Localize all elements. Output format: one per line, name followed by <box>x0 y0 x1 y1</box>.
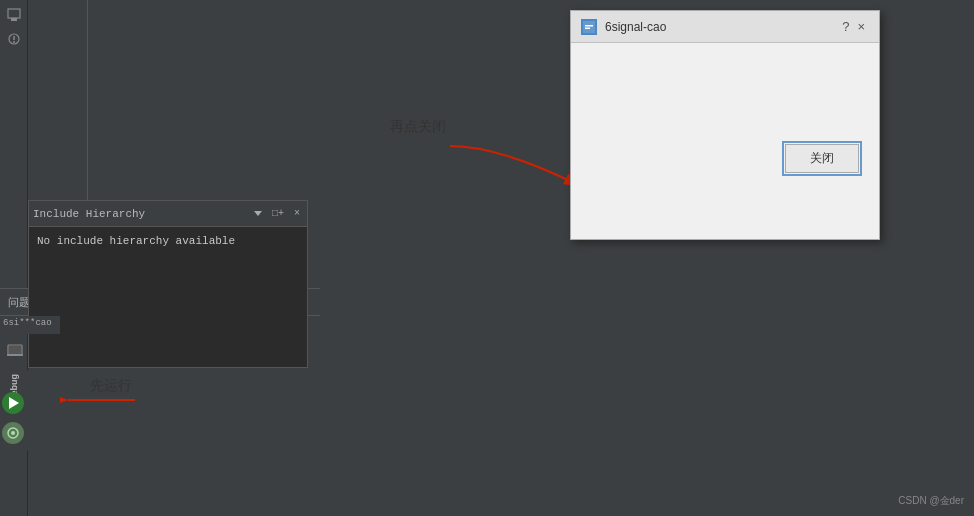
include-hierarchy-add-btn[interactable]: □+ <box>269 207 287 220</box>
annotation-close-text: 再点关闭 <box>390 118 590 136</box>
annotation-close-container: 再点关闭 <box>390 118 590 201</box>
include-hierarchy-title: Include Hierarchy <box>33 208 251 220</box>
dialog-titlebar: 6signal-cao ? × <box>571 11 879 43</box>
sidebar-icon-2[interactable] <box>3 28 25 50</box>
svg-rect-1 <box>11 18 17 21</box>
ide-container: Include Hierarchy □+ × No include hierar… <box>0 0 974 516</box>
watermark-text: CSDN @金der <box>898 495 964 506</box>
file-indicator-text: 6si***cao <box>0 316 60 330</box>
svg-point-9 <box>11 431 15 435</box>
include-hierarchy-panel: Include Hierarchy □+ × No include hierar… <box>28 200 308 368</box>
svg-rect-7 <box>9 346 21 354</box>
annotation-run-text: 先运行 <box>90 377 132 395</box>
include-hierarchy-header: Include Hierarchy □+ × <box>29 201 307 227</box>
annotation-run-container: 先运行 <box>60 385 140 420</box>
svg-rect-14 <box>585 25 593 27</box>
secondary-button[interactable] <box>2 422 26 446</box>
run-button-area <box>2 392 26 416</box>
svg-rect-15 <box>585 27 590 29</box>
svg-rect-6 <box>7 354 23 356</box>
dialog-help-btn[interactable]: ? <box>838 19 853 34</box>
include-hierarchy-content: No include hierarchy available <box>29 227 307 367</box>
problems-label: 问题 <box>8 295 30 310</box>
dialog-window-close-btn[interactable]: × <box>853 19 869 34</box>
no-hierarchy-text: No include hierarchy available <box>37 235 235 247</box>
svg-rect-0 <box>8 9 20 18</box>
run-button[interactable] <box>2 392 24 414</box>
svg-rect-13 <box>583 21 595 33</box>
close-arrow-svg <box>390 136 590 196</box>
panel-controls: □+ × <box>251 207 303 220</box>
dialog-app-icon <box>581 19 597 35</box>
sidebar-icon-1[interactable] <box>3 4 25 26</box>
svg-point-4 <box>13 41 15 43</box>
watermark: CSDN @金der <box>898 494 964 508</box>
debug-laptop-icon <box>4 340 26 362</box>
include-hierarchy-close-btn[interactable]: × <box>291 207 303 220</box>
dialog-title-text: 6signal-cao <box>605 20 838 34</box>
dialog-box: 6signal-cao ? × 关闭 <box>570 10 880 240</box>
dialog-close-button[interactable]: 关闭 <box>785 144 859 173</box>
left-panel-tabs <box>28 0 88 200</box>
dialog-content: 关闭 <box>571 43 879 193</box>
run-arrow-icon <box>9 397 19 409</box>
include-hierarchy-dropdown[interactable] <box>251 210 265 217</box>
file-indicator: 6si***cao <box>0 316 60 334</box>
